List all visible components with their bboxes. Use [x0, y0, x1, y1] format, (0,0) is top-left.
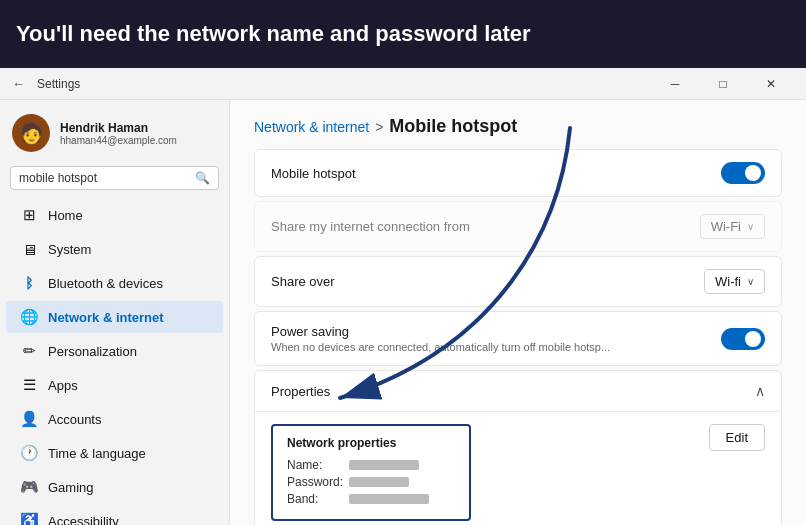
- band-value-bar: [349, 494, 429, 504]
- accessibility-icon: ♿: [20, 512, 38, 525]
- power-saving-sublabel: When no devices are connected, automatic…: [271, 341, 610, 353]
- title-bar-controls: ─ □ ✕: [652, 68, 794, 100]
- title-bar-left: ← Settings: [12, 76, 652, 91]
- personalization-icon: ✏: [20, 342, 38, 360]
- chevron-down-icon-2: ∨: [747, 276, 754, 287]
- share-from-label: Share my internet connection from: [271, 219, 470, 234]
- nav-item-accessibility[interactable]: ♿ Accessibility: [6, 505, 223, 525]
- home-icon: ⊞: [20, 206, 38, 224]
- properties-body: Network properties Name: Password: Band:: [254, 412, 782, 525]
- breadcrumb: Network & internet > Mobile hotspot: [230, 100, 806, 149]
- minimize-button[interactable]: ─: [652, 68, 698, 100]
- power-saving-label: Power saving: [271, 324, 610, 339]
- accounts-icon: 👤: [20, 410, 38, 428]
- content-area: Network & internet > Mobile hotspot Mobi…: [230, 100, 806, 525]
- nav-item-apps[interactable]: ☰ Apps: [6, 369, 223, 401]
- apps-icon: ☰: [20, 376, 38, 394]
- nav-label-accounts: Accounts: [48, 412, 101, 427]
- breadcrumb-parent[interactable]: Network & internet: [254, 119, 369, 135]
- band-row: Band:: [287, 492, 455, 506]
- nav-item-bluetooth[interactable]: ᛒ Bluetooth & devices: [6, 267, 223, 299]
- top-banner: You'll need the network name and passwor…: [0, 0, 806, 68]
- edit-button[interactable]: Edit: [709, 424, 765, 451]
- user-name: Hendrik Haman: [60, 121, 217, 135]
- nav-label-system: System: [48, 242, 91, 257]
- share-over-label: Share over: [271, 274, 335, 289]
- password-value-bar: [349, 477, 409, 487]
- nav-label-accessibility: Accessibility: [48, 514, 119, 526]
- banner-text: You'll need the network name and passwor…: [16, 20, 531, 49]
- time-icon: 🕐: [20, 444, 38, 462]
- bluetooth-icon: ᛒ: [20, 274, 38, 292]
- nav-label-gaming: Gaming: [48, 480, 94, 495]
- name-value-bar: [349, 460, 419, 470]
- nav-item-system[interactable]: 🖥 System: [6, 233, 223, 265]
- share-from-dropdown[interactable]: Wi-Fi ∨: [700, 214, 765, 239]
- nav-label-apps: Apps: [48, 378, 78, 393]
- share-from-row: Share my internet connection from Wi-Fi …: [254, 201, 782, 252]
- band-label: Band:: [287, 492, 343, 506]
- avatar: 🧑: [12, 114, 50, 152]
- sidebar: 🧑 Hendrik Haman hhaman44@example.com 🔍 ⊞…: [0, 100, 230, 525]
- chevron-down-icon: ∨: [747, 221, 754, 232]
- title-bar: ← Settings ─ □ ✕: [0, 68, 806, 100]
- nav-item-home[interactable]: ⊞ Home: [6, 199, 223, 231]
- settings-window: ← Settings ─ □ ✕ 🧑 Hendrik Haman hhaman4…: [0, 68, 806, 525]
- search-bar[interactable]: 🔍: [10, 166, 219, 190]
- network-props-title: Network properties: [287, 436, 455, 450]
- mobile-hotspot-label: Mobile hotspot: [271, 166, 356, 181]
- properties-label: Properties: [271, 384, 330, 399]
- network-properties-box: Network properties Name: Password: Band:: [271, 424, 471, 521]
- gaming-icon: 🎮: [20, 478, 38, 496]
- name-label: Name:: [287, 458, 343, 472]
- mobile-hotspot-row: Mobile hotspot: [254, 149, 782, 197]
- properties-header: Properties ∧: [254, 370, 782, 412]
- password-label: Password:: [287, 475, 343, 489]
- power-saving-info: Power saving When no devices are connect…: [271, 324, 610, 353]
- network-name-row: Name:: [287, 458, 455, 472]
- power-saving-row: Power saving When no devices are connect…: [254, 311, 782, 366]
- nav-item-gaming[interactable]: 🎮 Gaming: [6, 471, 223, 503]
- maximize-button[interactable]: □: [700, 68, 746, 100]
- nav-label-bluetooth: Bluetooth & devices: [48, 276, 163, 291]
- search-icon: 🔍: [195, 171, 210, 185]
- main-layout: 🧑 Hendrik Haman hhaman44@example.com 🔍 ⊞…: [0, 100, 806, 525]
- mobile-hotspot-toggle[interactable]: [721, 162, 765, 184]
- window-title: Settings: [37, 77, 80, 91]
- nav-item-personalization[interactable]: ✏ Personalization: [6, 335, 223, 367]
- search-input[interactable]: [19, 171, 189, 185]
- nav-item-time[interactable]: 🕐 Time & language: [6, 437, 223, 469]
- nav-label-home: Home: [48, 208, 83, 223]
- nav-label-personalization: Personalization: [48, 344, 137, 359]
- nav-item-network[interactable]: 🌐 Network & internet: [6, 301, 223, 333]
- nav-item-accounts[interactable]: 👤 Accounts: [6, 403, 223, 435]
- settings-section: Mobile hotspot Share my internet connect…: [254, 149, 782, 525]
- network-icon: 🌐: [20, 308, 38, 326]
- back-button[interactable]: ←: [12, 76, 25, 91]
- nav-label-network: Network & internet: [48, 310, 164, 325]
- user-profile: 🧑 Hendrik Haman hhaman44@example.com: [0, 100, 229, 162]
- share-from-value: Wi-Fi: [711, 219, 741, 234]
- breadcrumb-current: Mobile hotspot: [389, 116, 517, 137]
- password-row: Password:: [287, 475, 455, 489]
- nav-label-time: Time & language: [48, 446, 146, 461]
- user-email: hhaman44@example.com: [60, 135, 217, 146]
- user-info: Hendrik Haman hhaman44@example.com: [60, 121, 217, 146]
- share-over-row: Share over Wi-fi ∨: [254, 256, 782, 307]
- share-over-dropdown[interactable]: Wi-fi ∨: [704, 269, 765, 294]
- power-saving-toggle[interactable]: [721, 328, 765, 350]
- properties-chevron[interactable]: ∧: [755, 383, 765, 399]
- share-over-value: Wi-fi: [715, 274, 741, 289]
- system-icon: 🖥: [20, 240, 38, 258]
- props-flex: Network properties Name: Password: Band:: [271, 424, 765, 525]
- close-button[interactable]: ✕: [748, 68, 794, 100]
- breadcrumb-separator: >: [375, 119, 383, 135]
